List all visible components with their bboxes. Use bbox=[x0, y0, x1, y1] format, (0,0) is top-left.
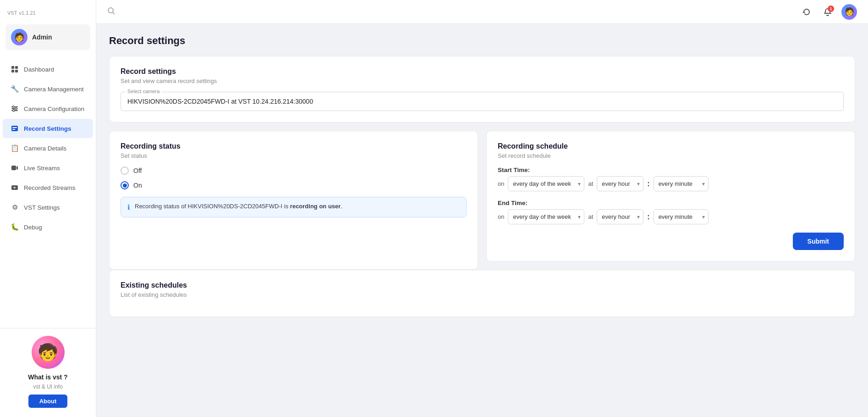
camera-select-label: Select camera bbox=[126, 89, 161, 94]
sidebar-item-vst-settings[interactable]: ⚙ VST Settings bbox=[3, 198, 93, 217]
radio-label-off: Off bbox=[133, 167, 142, 174]
app-logo: VST v1.1.21 bbox=[0, 0, 96, 21]
wrench-icon: 🔧 bbox=[10, 84, 19, 94]
recording-schedule-card: Recording schedule Set record schedule S… bbox=[486, 131, 855, 261]
end-day-select[interactable]: every day of the week Monday bbox=[508, 209, 584, 224]
info-icon: ℹ bbox=[127, 203, 130, 211]
submit-row: Submit bbox=[498, 233, 844, 250]
start-day-select-wrapper[interactable]: every day of the week Monday Tuesday Wed… bbox=[508, 176, 584, 191]
end-day-select-wrapper[interactable]: every day of the week Monday bbox=[508, 209, 584, 224]
camera-select-wrapper[interactable]: Select camera HIKVISION%20DS-2CD2045FWD-… bbox=[121, 92, 844, 111]
user-avatar: 🧑 bbox=[11, 29, 27, 45]
sidebar-item-dashboard[interactable]: Dashboard bbox=[3, 60, 93, 79]
status-alert-text: Recording status of HIKVISION%20DS-2CD20… bbox=[135, 203, 342, 210]
dashboard-icon bbox=[10, 65, 19, 74]
record-settings-subtitle: Set and view camera record settings bbox=[121, 78, 844, 84]
end-minute-select[interactable]: every minute bbox=[654, 209, 709, 224]
bottom-title: What is vst ? bbox=[28, 373, 67, 381]
topbar: 1 🧑 bbox=[96, 0, 868, 24]
end-colon: : bbox=[647, 213, 649, 221]
main-content: 1 🧑 Record settings Record settings Set … bbox=[96, 0, 868, 417]
page-title: Record settings bbox=[109, 35, 855, 47]
radio-off[interactable]: Off bbox=[121, 167, 467, 175]
existing-schedules-title: Existing schedules bbox=[121, 281, 844, 289]
end-hour-select[interactable]: every hour bbox=[597, 209, 643, 224]
start-minute-select-wrapper[interactable]: every minute 000510 bbox=[654, 176, 709, 191]
svg-rect-11 bbox=[12, 127, 17, 128]
end-hour-select-wrapper[interactable]: every hour bbox=[597, 209, 643, 224]
recording-status-subtitle: Set status bbox=[121, 152, 467, 159]
radio-circle-on bbox=[121, 181, 129, 189]
sidebar-item-label: VST Settings bbox=[24, 204, 60, 211]
bottom-subtitle: vst & UI info bbox=[33, 384, 63, 390]
sidebar-item-label: Dashboard bbox=[24, 66, 54, 73]
video-icon bbox=[10, 163, 19, 172]
sliders-icon bbox=[10, 104, 19, 113]
app-name: VST bbox=[7, 10, 17, 16]
svg-point-9 bbox=[13, 110, 15, 111]
recording-schedule-title: Recording schedule bbox=[498, 142, 844, 150]
sidebar-item-live-streams[interactable]: Live Streams bbox=[3, 158, 93, 178]
sidebar-item-debug[interactable]: 🐛 Debug bbox=[3, 217, 93, 237]
record-icon bbox=[10, 124, 19, 133]
topbar-user-avatar[interactable]: 🧑 bbox=[841, 4, 857, 20]
end-at-label: at bbox=[588, 213, 593, 220]
sidebar-item-recorded-streams[interactable]: Recorded Streams bbox=[3, 178, 93, 197]
sidebar-bottom: 🧒 What is vst ? vst & UI info About bbox=[0, 328, 96, 417]
svg-point-8 bbox=[15, 108, 17, 110]
sidebar-item-record-settings[interactable]: Record Settings bbox=[3, 119, 93, 138]
sidebar-item-camera-management[interactable]: 🔧 Camera Management bbox=[3, 79, 93, 99]
search-icon bbox=[107, 7, 115, 17]
user-name: Admin bbox=[32, 33, 52, 41]
sidebar-item-label: Camera Details bbox=[24, 145, 66, 152]
svg-rect-3 bbox=[15, 70, 18, 72]
sidebar-item-camera-details[interactable]: 📋 Camera Details bbox=[3, 139, 93, 158]
end-minute-select-wrapper[interactable]: every minute bbox=[654, 209, 709, 224]
radio-on[interactable]: On bbox=[121, 181, 467, 189]
start-hour-select-wrapper[interactable]: every hour 000102 bbox=[597, 176, 643, 191]
sidebar-item-camera-configuration[interactable]: Camera Configuration bbox=[3, 99, 93, 118]
bug-icon: 🐛 bbox=[10, 222, 19, 232]
alert-suffix: . bbox=[341, 203, 342, 210]
app-version: v1.1.21 bbox=[19, 10, 36, 16]
end-time-row: on every day of the week Monday at e bbox=[498, 209, 844, 224]
start-hour-select[interactable]: every hour 000102 bbox=[597, 176, 643, 191]
notification-button[interactable]: 1 bbox=[820, 5, 835, 19]
radio-label-on: On bbox=[133, 182, 142, 189]
refresh-button[interactable] bbox=[799, 5, 814, 19]
svg-marker-14 bbox=[16, 166, 18, 170]
sidebar-nav: Dashboard 🔧 Camera Management Camera Con… bbox=[0, 57, 96, 328]
about-button[interactable]: About bbox=[28, 395, 68, 408]
existing-schedules-card: Existing schedules List of existing sche… bbox=[109, 270, 855, 317]
search-area[interactable] bbox=[107, 7, 115, 17]
submit-button[interactable]: Submit bbox=[793, 233, 844, 250]
svg-rect-1 bbox=[15, 66, 18, 69]
sidebar-user[interactable]: 🧑 Admin bbox=[5, 24, 90, 50]
sidebar-item-label: Debug bbox=[24, 224, 42, 231]
svg-point-7 bbox=[12, 106, 14, 108]
start-time-row: on every day of the week Monday Tuesday … bbox=[498, 176, 844, 191]
recording-status-card: Recording status Set status Off bbox=[109, 131, 478, 270]
sidebar-item-label: Camera Configuration bbox=[24, 106, 84, 112]
recording-status-section: Recording status Set status Off bbox=[109, 131, 478, 270]
recording-schedule-section: Recording schedule Set record schedule S… bbox=[486, 131, 855, 270]
existing-schedules-subtitle: List of existing schedules bbox=[121, 291, 844, 298]
sidebar: VST v1.1.21 🧑 Admin Dashboard 🔧 Camera M… bbox=[0, 0, 96, 417]
sidebar-item-label: Live Streams bbox=[24, 165, 60, 172]
svg-rect-12 bbox=[12, 129, 15, 130]
page-body: Record settings Record settings Set and … bbox=[96, 24, 868, 417]
svg-line-18 bbox=[113, 12, 115, 14]
svg-rect-0 bbox=[11, 66, 14, 69]
topbar-actions: 1 🧑 bbox=[799, 4, 857, 20]
start-minute-select[interactable]: every minute 000510 bbox=[654, 176, 709, 191]
camera-select-value: HIKVISION%20DS-2CD2045FWD-I at VST 10.24… bbox=[127, 98, 837, 105]
end-on-label: on bbox=[498, 213, 504, 220]
radio-circle-off bbox=[121, 167, 129, 175]
start-day-select[interactable]: every day of the week Monday Tuesday Wed… bbox=[508, 176, 584, 191]
sidebar-item-label: Record Settings bbox=[24, 125, 71, 132]
end-time-label: End Time: bbox=[498, 200, 844, 206]
start-at-label: at bbox=[588, 180, 593, 187]
alert-prefix: Recording status of HIKVISION%20DS-2CD20… bbox=[135, 203, 290, 210]
sidebar-item-label: Recorded Streams bbox=[24, 184, 76, 191]
camera-details-icon: 📋 bbox=[10, 144, 19, 153]
